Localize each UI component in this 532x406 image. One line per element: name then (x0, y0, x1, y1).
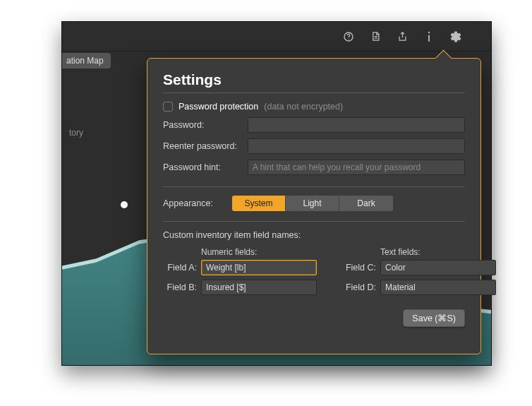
numeric-fields-header: Numeric fields: (163, 247, 317, 257)
toolbar (62, 22, 491, 52)
divider (163, 221, 465, 222)
divider (163, 92, 465, 93)
appearance-option-light[interactable]: Light (286, 196, 339, 211)
password-label: Password: (163, 120, 242, 130)
field-a-label: Field A: (163, 263, 197, 273)
gear-icon[interactable] (449, 30, 463, 44)
share-icon[interactable] (395, 30, 409, 44)
svg-point-2 (428, 31, 430, 32)
field-d-input[interactable] (380, 280, 496, 295)
info-icon[interactable] (422, 30, 436, 44)
password-protection-checkbox[interactable] (163, 102, 173, 112)
popover-title: Settings (163, 71, 465, 88)
chart-y-label: tory (69, 128, 83, 138)
appearance-segmented-control: System Light Dark (232, 196, 393, 211)
password-hint-label: Password hint: (163, 162, 242, 172)
settings-popover: Settings Password protection (data not e… (147, 58, 481, 354)
text-fields-header: Text fields: (342, 247, 496, 257)
field-a-input[interactable] (201, 260, 317, 275)
password-protection-note: (data not encrypted) (264, 102, 343, 112)
password-protection-label: Password protection (179, 102, 258, 112)
reenter-password-label: Reenter password: (163, 141, 242, 151)
field-d-label: Field D: (342, 282, 376, 292)
document-icon[interactable] (368, 30, 382, 44)
field-b-label: Field B: (163, 282, 197, 292)
save-button[interactable]: Save (⌘S) (403, 309, 465, 327)
svg-point-1 (348, 38, 349, 39)
chart-datapoint[interactable] (121, 201, 128, 208)
custom-fields-heading: Custom inventory item field names: (163, 230, 465, 240)
appearance-option-system[interactable]: System (232, 196, 286, 211)
password-input[interactable] (248, 117, 465, 133)
tab-location-map[interactable]: ation Map (61, 53, 111, 68)
divider (163, 186, 465, 187)
help-icon[interactable] (341, 30, 356, 44)
password-hint-input[interactable] (248, 160, 465, 175)
appearance-label: Appearance: (163, 198, 226, 208)
reenter-password-input[interactable] (248, 138, 465, 154)
field-b-input[interactable] (201, 280, 317, 295)
field-c-label: Field C: (342, 263, 376, 273)
field-c-input[interactable] (380, 260, 496, 275)
appearance-option-dark[interactable]: Dark (339, 196, 393, 211)
